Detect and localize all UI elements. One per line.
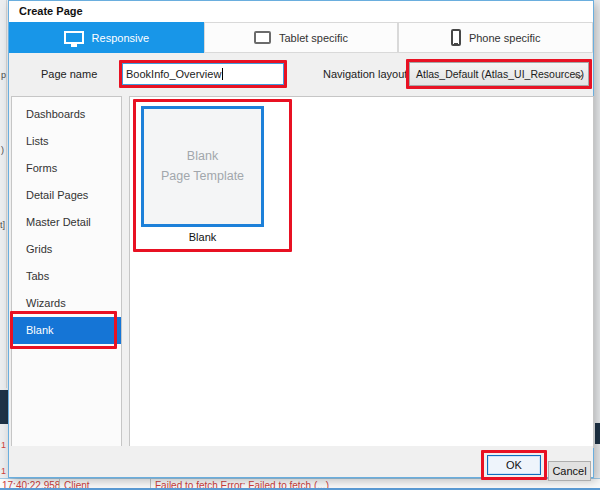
page-settings-row: Page name BookInfo_Overview Navigation l… — [9, 53, 593, 96]
text-caret — [222, 68, 223, 80]
annotation-box-ok: OK — [481, 450, 547, 480]
sidebar-item-blank[interactable]: Blank — [12, 317, 121, 344]
sidebar-item-lists[interactable]: Lists — [12, 128, 121, 155]
background-error-fragment: 1 — [1, 466, 6, 476]
page-name-value: BookInfo_Overview — [126, 68, 221, 80]
tab-responsive[interactable]: Responsive — [9, 22, 204, 53]
sidebar-item-master-detail[interactable]: Master Detail — [12, 209, 121, 236]
background-text-fragment: ) — [1, 145, 4, 155]
cancel-button[interactable]: Cancel — [548, 461, 591, 481]
navigation-layout-value: Atlas_Default (Atlas_UI_Resources) — [416, 68, 584, 80]
device-tab-bar: Responsive Tablet specific Phone specifi… — [9, 22, 593, 53]
template-preview-line: Blank — [187, 147, 218, 166]
sidebar-item-dashboards[interactable]: Dashboards — [12, 101, 121, 128]
tab-label: Responsive — [92, 32, 149, 44]
sidebar-item-tabs[interactable]: Tabs — [12, 263, 121, 290]
navigation-layout-label: Navigation layout — [323, 53, 407, 96]
template-gallery-panel: Blank Page Template Blank — [129, 96, 594, 448]
background-selected-row-fragment — [595, 423, 600, 444]
dialog-footer: OK Cancel — [9, 446, 593, 477]
sidebar-item-grids[interactable]: Grids — [12, 236, 121, 263]
tab-label: Tablet specific — [279, 32, 348, 44]
tab-tablet-specific[interactable]: Tablet specific — [204, 22, 399, 53]
tablet-icon — [254, 31, 271, 44]
dialog-title: Create Page — [9, 1, 593, 22]
background-text-fragment: p — [1, 70, 6, 80]
background-error-fragment: 1 — [1, 440, 6, 450]
tab-label: Phone specific — [469, 32, 541, 44]
template-preview-line: Page Template — [161, 167, 244, 186]
sidebar-item-detail-pages[interactable]: Detail Pages — [12, 182, 121, 209]
page-name-label: Page name — [41, 53, 97, 96]
blank-template-tile[interactable]: Blank Page Template — [141, 106, 264, 227]
navigation-layout-select[interactable]: Atlas_Default (Atlas_UI_Resources) — [409, 62, 589, 86]
background-text-fragment: t] — [0, 220, 5, 230]
annotation-box-blank-template: Blank Page Template Blank — [133, 99, 292, 252]
page-name-input[interactable]: BookInfo_Overview — [122, 63, 284, 85]
ok-button[interactable]: OK — [487, 455, 541, 475]
monitor-icon — [64, 31, 84, 44]
sidebar-item-forms[interactable]: Forms — [12, 155, 121, 182]
annotation-box-page-name: BookInfo_Overview — [119, 60, 287, 88]
create-page-dialog: Create Page Responsive Tablet specific P… — [8, 0, 594, 478]
background-pane-divider — [6, 0, 7, 388]
sidebar-item-wizards[interactable]: Wizards — [12, 290, 121, 317]
tab-phone-specific[interactable]: Phone specific — [398, 22, 593, 53]
template-caption: Blank — [141, 231, 264, 243]
template-category-sidebar: Dashboards Lists Forms Detail Pages Mast… — [11, 96, 122, 448]
background-selected-row-fragment — [0, 390, 8, 424]
phone-icon — [451, 29, 461, 46]
annotation-box-navigation-layout: Atlas_Default (Atlas_UI_Resources) — [406, 59, 592, 89]
